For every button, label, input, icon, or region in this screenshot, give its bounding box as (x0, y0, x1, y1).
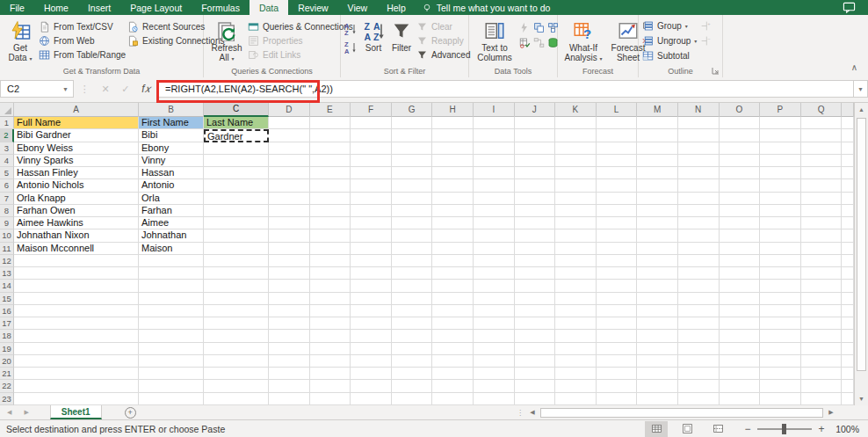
cell-J5[interactable] (515, 167, 556, 179)
cell-F12[interactable] (351, 255, 392, 267)
tab-file[interactable]: File (0, 0, 34, 15)
cell-C9[interactable] (204, 217, 269, 229)
cell-N17[interactable] (678, 317, 720, 330)
cell-M8[interactable] (637, 205, 678, 217)
cell-Q9[interactable] (801, 217, 843, 229)
cell-C8[interactable] (204, 205, 269, 217)
cell-P22[interactable] (760, 380, 801, 392)
cell-O2[interactable] (720, 129, 761, 142)
cell-N9[interactable] (678, 217, 720, 229)
cell-M12[interactable] (637, 255, 678, 267)
cell-I3[interactable] (474, 142, 515, 155)
prev-sheet-icon[interactable]: ◀ (7, 409, 11, 416)
cell-J9[interactable] (515, 217, 556, 229)
cell-E7[interactable] (310, 193, 351, 205)
show-detail-button[interactable]: + (700, 20, 712, 32)
cell-C10[interactable] (204, 229, 269, 242)
cell-J18[interactable] (515, 330, 556, 342)
cell-H6[interactable] (432, 179, 474, 192)
cell-Q17[interactable] (801, 317, 843, 330)
zoom-level[interactable]: 100% (828, 424, 859, 434)
cell-N22[interactable] (678, 380, 720, 392)
reapply-button[interactable]: Reapply (416, 34, 470, 47)
cell-J7[interactable] (515, 193, 556, 205)
cell-G9[interactable] (392, 217, 433, 229)
cell-J19[interactable] (515, 343, 556, 355)
cell-L22[interactable] (597, 380, 638, 392)
sort-descending-button[interactable] (344, 40, 358, 55)
cell-J23[interactable] (515, 393, 556, 405)
cell-A9[interactable]: Aimee Hawkins (14, 217, 139, 229)
cell-E1[interactable] (310, 117, 351, 129)
cell-D21[interactable] (269, 368, 310, 380)
cell-N1[interactable] (678, 117, 720, 129)
cell-B16[interactable] (139, 305, 204, 317)
cell-E9[interactable] (310, 217, 351, 229)
cell-N18[interactable] (678, 330, 720, 342)
cell-E2[interactable] (310, 129, 351, 142)
cell-B9[interactable]: Aimee (139, 217, 204, 229)
column-header-L[interactable]: L (597, 103, 638, 117)
cell-G2[interactable] (392, 129, 433, 142)
column-header-P[interactable]: P (760, 103, 801, 117)
cell-N2[interactable] (678, 129, 720, 142)
cell-L7[interactable] (597, 193, 638, 205)
column-header-I[interactable]: I (474, 103, 515, 117)
insert-function-button[interactable]: f𝑥 (141, 83, 150, 95)
cell-P3[interactable] (760, 142, 801, 155)
cell-D4[interactable] (269, 155, 310, 167)
horizontal-scrollbar[interactable]: ⋮ ◀ ▶ (517, 405, 854, 419)
cell-N15[interactable] (678, 293, 720, 305)
cell-O19[interactable] (720, 343, 761, 355)
page-break-view-button[interactable] (706, 421, 729, 437)
cell-D16[interactable] (269, 305, 310, 317)
cell-P14[interactable] (760, 280, 801, 292)
cell-O15[interactable] (720, 293, 761, 305)
cell-L4[interactable] (597, 155, 638, 167)
cell-C23[interactable] (204, 393, 269, 405)
cell-J22[interactable] (515, 380, 556, 392)
cell-Q5[interactable] (801, 167, 843, 179)
cell-N20[interactable] (678, 355, 720, 368)
cell-G16[interactable] (392, 305, 433, 317)
cell-A14[interactable] (14, 280, 139, 292)
cancel-button[interactable]: ✕ (101, 84, 109, 95)
cell-O13[interactable] (720, 267, 761, 280)
cell-F10[interactable] (351, 229, 392, 242)
cell-E23[interactable] (310, 393, 351, 405)
cell-I22[interactable] (474, 380, 515, 392)
clear-filter-button[interactable]: Clear (416, 20, 470, 33)
cell-I20[interactable] (474, 355, 515, 368)
row-header-13[interactable]: 13 (0, 267, 14, 280)
cell-N14[interactable] (678, 280, 720, 292)
comments-button[interactable] (843, 0, 856, 15)
flash-fill-button[interactable] (519, 22, 531, 33)
cell-L19[interactable] (597, 343, 638, 355)
row-header-17[interactable]: 17 (0, 317, 14, 330)
cell-L15[interactable] (597, 293, 638, 305)
cell-G22[interactable] (392, 380, 433, 392)
cell-O9[interactable] (720, 217, 761, 229)
cell-A22[interactable] (14, 380, 139, 392)
cell-M3[interactable] (637, 142, 678, 155)
cell-B8[interactable]: Farhan (139, 205, 204, 217)
cell-K6[interactable] (555, 179, 597, 192)
cell-L10[interactable] (597, 229, 638, 242)
cell-E6[interactable] (310, 179, 351, 192)
row-header-2[interactable]: 2 (0, 129, 14, 142)
cell-A7[interactable]: Orla Knapp (14, 193, 139, 205)
cell-H11[interactable] (432, 243, 474, 255)
cell-G21[interactable] (392, 368, 433, 380)
cell-D13[interactable] (269, 267, 310, 280)
cell-O7[interactable] (720, 193, 761, 205)
cell-Q11[interactable] (801, 243, 843, 255)
cell-Q1[interactable] (801, 117, 843, 129)
zoom-in-button[interactable]: + (815, 423, 828, 435)
cell-M10[interactable] (637, 229, 678, 242)
cell-B18[interactable] (139, 330, 204, 342)
cell-H23[interactable] (432, 393, 474, 405)
cell-P13[interactable] (760, 267, 801, 280)
cell-C1[interactable]: Last Name (204, 117, 269, 129)
cell-K5[interactable] (555, 167, 597, 179)
column-header-A[interactable]: A (14, 103, 139, 117)
